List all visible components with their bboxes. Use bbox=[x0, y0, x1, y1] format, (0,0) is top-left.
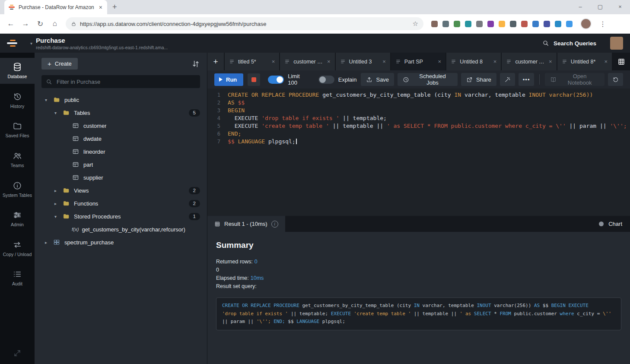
sidebar-item-system-tables[interactable]: System Tables bbox=[0, 177, 35, 203]
chevron-right-icon[interactable]: ▸ bbox=[45, 240, 53, 245]
sidebar-item-database[interactable]: Database bbox=[0, 58, 35, 84]
tree-item-functions[interactable]: ▸Functions2 bbox=[35, 197, 207, 210]
filter-input[interactable] bbox=[56, 78, 196, 85]
result-tab[interactable]: Result 1 - (10ms) i bbox=[207, 216, 285, 232]
url-text[interactable]: https://app.us.datarow.com/client/connec… bbox=[80, 21, 409, 27]
extension-icon[interactable] bbox=[510, 21, 516, 27]
stop-button[interactable] bbox=[248, 73, 260, 86]
sidebar-item-teams[interactable]: Teams bbox=[0, 147, 35, 173]
extension-icon[interactable] bbox=[431, 21, 438, 27]
forward-button[interactable]: → bbox=[19, 17, 32, 30]
connection-caret-icon[interactable]: ▾ bbox=[30, 41, 32, 46]
collapse-sidebar-button[interactable] bbox=[0, 349, 35, 357]
extension-icon[interactable] bbox=[499, 21, 505, 27]
user-avatar[interactable] bbox=[610, 37, 623, 50]
extension-icon[interactable] bbox=[566, 21, 573, 27]
tab-list-button[interactable] bbox=[613, 53, 630, 70]
connection-title-block[interactable]: Purchase redshift-datarow-analytics.cb69… bbox=[36, 37, 168, 50]
sql-editor[interactable]: 1CREATE OR REPLACE PROCEDURE get_custome… bbox=[207, 89, 630, 216]
reload-button[interactable]: ↻ bbox=[34, 17, 47, 30]
more-options-button[interactable]: ••• bbox=[519, 73, 535, 86]
chart-toggle[interactable]: Chart bbox=[599, 216, 630, 232]
editor-tab-part-sp[interactable]: Part SP× bbox=[391, 53, 445, 70]
format-query-button[interactable] bbox=[500, 73, 515, 86]
share-button[interactable]: Share bbox=[461, 73, 496, 86]
home-button[interactable]: ⌂ bbox=[48, 17, 61, 30]
tree-item-part[interactable]: part bbox=[35, 158, 207, 171]
sidebar-item-copy-unload[interactable]: Copy / Unload bbox=[0, 236, 35, 262]
tab-close-icon[interactable]: × bbox=[549, 58, 552, 65]
sort-button[interactable] bbox=[191, 60, 200, 68]
chevron-right-icon[interactable]: ▸ bbox=[54, 188, 62, 193]
chevron-down-icon[interactable]: ▾ bbox=[54, 214, 62, 219]
search-icon bbox=[542, 40, 549, 47]
editor-tab-untitled-3[interactable]: Untitled 3× bbox=[336, 53, 390, 70]
extension-icon[interactable] bbox=[454, 21, 460, 27]
tree-item-stored-procedures[interactable]: ▾Stored Procedures1 bbox=[35, 210, 207, 223]
tree-item-get-customers-by-city-varchar-refcursor[interactable]: f(x)get_customers_by_city(varchar,refcur… bbox=[35, 223, 207, 236]
explain-toggle[interactable] bbox=[318, 76, 334, 84]
tab-close-icon[interactable]: × bbox=[604, 58, 608, 65]
tab-close-icon[interactable]: × bbox=[493, 58, 497, 65]
scheduled-jobs-button[interactable]: Scheduled Jobs bbox=[398, 73, 458, 86]
sidebar-item-admin[interactable]: Admin bbox=[0, 206, 35, 232]
tree-item-customer[interactable]: customer bbox=[35, 119, 207, 132]
tree-item-tables[interactable]: ▾Tables5 bbox=[35, 106, 207, 119]
chevron-down-icon[interactable]: ▾ bbox=[45, 98, 53, 102]
tree-item-dwdate[interactable]: dwdate bbox=[35, 132, 207, 145]
create-button[interactable]: + Create bbox=[41, 58, 78, 70]
save-button[interactable]: Save bbox=[361, 73, 394, 86]
tab-close-icon[interactable]: × bbox=[327, 58, 331, 65]
tree-item-public[interactable]: ▾public bbox=[35, 93, 207, 106]
returned-rows-line: Returned rows:0 bbox=[216, 258, 621, 266]
extension-icon[interactable] bbox=[442, 21, 449, 27]
extension-icon[interactable] bbox=[465, 21, 471, 27]
editor-tab-untitled-8[interactable]: Untitled 8*× bbox=[557, 53, 612, 70]
editor-tab-untitled-8[interactable]: Untitled 8× bbox=[446, 53, 501, 70]
chart-radio-icon[interactable] bbox=[599, 222, 604, 226]
limit-toggle-label: Limit 100 bbox=[288, 73, 311, 86]
bookmark-star-icon[interactable]: ☆ bbox=[413, 20, 418, 28]
extension-icon[interactable] bbox=[487, 21, 494, 27]
result-set-query-label: Result set query: bbox=[216, 282, 621, 291]
extension-icon[interactable] bbox=[521, 21, 528, 27]
maximize-button[interactable]: ▢ bbox=[590, 0, 610, 13]
browser-menu-icon[interactable]: ⋮ bbox=[596, 20, 610, 28]
tab-close-icon[interactable]: × bbox=[98, 4, 104, 11]
tab-close-icon[interactable]: × bbox=[382, 58, 386, 65]
editor-tab-titled-5[interactable]: titled 5*× bbox=[225, 53, 279, 70]
editor-tab-customer-table[interactable]: customer Table*× bbox=[502, 53, 556, 70]
extension-icon[interactable] bbox=[532, 21, 539, 27]
filter-box[interactable] bbox=[41, 75, 200, 88]
new-tab-button[interactable]: + bbox=[107, 3, 122, 14]
tree-item-views[interactable]: ▸Views2 bbox=[35, 184, 207, 197]
back-button[interactable]: ← bbox=[4, 17, 17, 30]
tree-item-supplier[interactable]: supplier bbox=[35, 171, 207, 184]
sidebar-item-history[interactable]: History bbox=[0, 88, 35, 114]
tab-close-icon[interactable]: × bbox=[438, 58, 442, 65]
chevron-down-icon[interactable]: ▾ bbox=[54, 111, 62, 115]
sidebar-item-saved-files[interactable]: Saved Files bbox=[0, 117, 35, 143]
editor-tab-customer-table[interactable]: customer Table× bbox=[280, 53, 334, 70]
close-button[interactable]: × bbox=[610, 0, 630, 13]
extension-icon[interactable] bbox=[555, 21, 561, 27]
info-icon[interactable]: i bbox=[271, 221, 278, 228]
minimize-button[interactable]: – bbox=[570, 0, 590, 13]
extension-icon[interactable] bbox=[476, 21, 483, 27]
tree-item-lineorder[interactable]: lineorder bbox=[35, 145, 207, 158]
chevron-right-icon[interactable]: ▸ bbox=[54, 201, 62, 206]
new-query-tab-button[interactable]: + bbox=[207, 53, 224, 70]
tab-close-icon[interactable]: × bbox=[272, 58, 275, 65]
tree-item-spectrum-purchase[interactable]: ▸spectrum_purchase bbox=[35, 236, 207, 249]
search-queries-button[interactable]: Search Queries bbox=[554, 40, 596, 47]
open-notebook-button[interactable]: Open Notebook bbox=[545, 73, 605, 86]
extension-icon[interactable] bbox=[544, 21, 550, 27]
limit-toggle[interactable] bbox=[268, 76, 284, 84]
browser-tab[interactable]: Purchase - DataRow for Amazon × bbox=[4, 0, 107, 14]
folder-icon bbox=[13, 121, 22, 131]
address-bar[interactable]: https://app.us.datarow.com/client/connec… bbox=[66, 17, 423, 30]
run-button[interactable]: Run bbox=[214, 73, 243, 86]
sidebar-item-audit[interactable]: Audit bbox=[0, 265, 35, 291]
query-history-button[interactable] bbox=[608, 73, 623, 86]
browser-profile-avatar[interactable] bbox=[580, 18, 592, 29]
